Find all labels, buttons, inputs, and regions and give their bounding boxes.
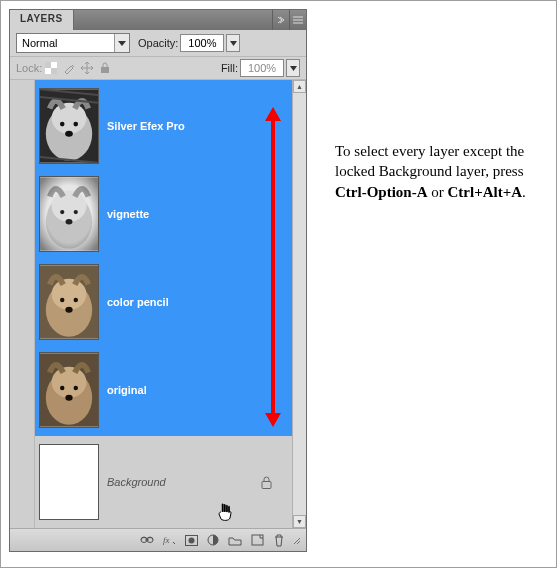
caption-text: . (522, 184, 526, 200)
svg-point-27 (60, 298, 64, 302)
svg-point-45 (188, 537, 194, 543)
opacity-flyout-icon[interactable] (226, 34, 240, 52)
blend-opacity-row: Normal Opacity: 100% (10, 30, 306, 57)
layer-name[interactable]: Silver Efex Pro (107, 120, 185, 132)
svg-point-29 (65, 307, 72, 313)
scrollbar[interactable]: ▲ ▼ (292, 80, 306, 528)
layer-style-icon[interactable]: fx (159, 532, 179, 548)
svg-point-34 (52, 367, 87, 398)
svg-rect-40 (262, 481, 271, 488)
layer-name[interactable]: Background (107, 476, 166, 488)
scroll-down-icon[interactable]: ▼ (293, 515, 306, 528)
layer-row[interactable]: Silver Efex Pro (35, 84, 292, 168)
lock-all-icon[interactable] (98, 61, 112, 75)
lock-label: Lock: (16, 62, 42, 74)
svg-point-12 (65, 131, 73, 137)
fill-flyout-icon[interactable] (286, 59, 300, 77)
visibility-column (10, 80, 35, 528)
svg-point-36 (74, 386, 78, 390)
layers-panel: LAYERS Normal Opacity: 100% (9, 9, 307, 552)
adjustment-layer-icon[interactable] (203, 532, 223, 548)
panel-tab-layers[interactable]: LAYERS (10, 10, 74, 30)
layer-row[interactable]: color pencil (35, 260, 292, 344)
svg-rect-3 (45, 68, 51, 74)
layer-thumbnail[interactable] (39, 176, 99, 252)
new-layer-icon[interactable] (247, 532, 267, 548)
panel-collapse-icon[interactable] (272, 10, 289, 30)
lock-fill-row: Lock: Fill: 100% (10, 57, 306, 80)
layer-mask-icon[interactable] (181, 532, 201, 548)
panel-menu-icon[interactable] (289, 10, 306, 30)
svg-point-11 (73, 122, 78, 127)
scroll-up-icon[interactable]: ▲ (293, 80, 306, 93)
lock-position-icon[interactable] (80, 61, 94, 75)
layers-scroll-area: Silver Efex Pro vignette color pencil or… (35, 80, 292, 528)
svg-rect-21 (40, 177, 98, 250)
svg-rect-1 (51, 68, 57, 74)
opacity-input[interactable]: 100% (180, 34, 224, 52)
caption-text: or (428, 184, 448, 200)
svg-point-28 (74, 298, 78, 302)
svg-point-26 (52, 279, 87, 310)
resize-grip-icon[interactable] (291, 532, 301, 548)
caption-shortcut-2: Ctrl+Alt+A (448, 184, 523, 200)
caption: To select every layer except the locked … (335, 141, 535, 202)
blend-mode-value: Normal (17, 37, 114, 49)
layer-thumbnail[interactable] (39, 264, 99, 340)
svg-rect-0 (45, 62, 51, 68)
layers-list: Silver Efex Pro vignette color pencil or… (10, 80, 306, 528)
panel-bottom-bar: fx (10, 528, 306, 551)
svg-point-10 (60, 122, 65, 127)
new-group-icon[interactable] (225, 532, 245, 548)
svg-point-35 (60, 386, 64, 390)
svg-rect-2 (51, 62, 57, 68)
layer-row[interactable]: original (35, 348, 292, 432)
lock-paint-icon[interactable] (62, 61, 76, 75)
layer-name[interactable]: original (107, 384, 147, 396)
caption-text: To select every layer except the locked … (335, 143, 524, 179)
figure: LAYERS Normal Opacity: 100% (0, 0, 557, 568)
fill-input[interactable]: 100% (240, 59, 284, 77)
lock-transparency-icon[interactable] (44, 61, 58, 75)
layer-thumbnail[interactable] (39, 352, 99, 428)
opacity-label: Opacity: (138, 37, 178, 49)
layer-name[interactable]: color pencil (107, 296, 169, 308)
chevron-down-icon (114, 34, 129, 52)
layer-thumbnail[interactable] (39, 444, 99, 520)
delete-layer-icon[interactable] (269, 532, 289, 548)
link-layers-icon[interactable] (137, 532, 157, 548)
fill-label: Fill: (221, 62, 238, 74)
svg-rect-4 (101, 67, 109, 73)
layer-row[interactable]: Background (35, 440, 292, 524)
lock-icon (261, 476, 272, 489)
layer-row[interactable]: vignette (35, 172, 292, 256)
caption-shortcut-1: Ctrl-Option-A (335, 184, 428, 200)
svg-point-37 (65, 395, 72, 401)
svg-text:fx: fx (163, 535, 170, 545)
svg-rect-47 (252, 535, 263, 545)
blend-mode-select[interactable]: Normal (16, 33, 130, 53)
layer-thumbnail[interactable] (39, 88, 99, 164)
svg-point-9 (52, 103, 87, 134)
layer-name[interactable]: vignette (107, 208, 149, 220)
panel-titlebar: LAYERS (10, 10, 306, 30)
